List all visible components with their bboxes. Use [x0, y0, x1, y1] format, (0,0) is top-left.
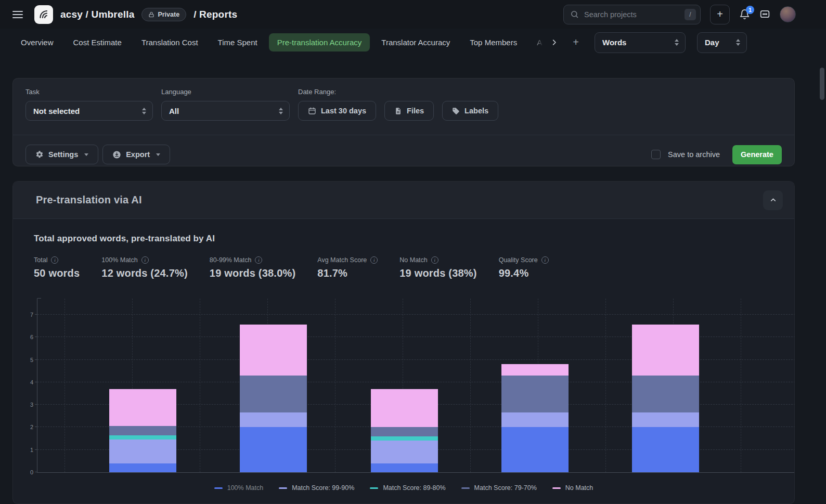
- tab-time-spent[interactable]: Time Spent: [210, 33, 266, 51]
- stat-label: 100% Match: [101, 256, 137, 264]
- tabs-scroll-right-button[interactable]: [547, 35, 561, 49]
- bar-segment[interactable]: [371, 463, 438, 472]
- stat-no-match: No Matchi 19 words (38%): [399, 256, 476, 279]
- v-gridline: [200, 299, 200, 472]
- bar-segment[interactable]: [632, 376, 699, 412]
- date-range-field: Date Range: Last 30 days Files: [298, 88, 498, 121]
- info-icon[interactable]: i: [541, 256, 549, 264]
- stacked-bar[interactable]: [371, 389, 438, 472]
- date-range-value: Last 30 days: [321, 107, 366, 115]
- settings-button[interactable]: Settings: [25, 145, 98, 164]
- tab-cost-estimate[interactable]: Cost Estimate: [65, 33, 130, 51]
- legend-dash-icon: [214, 487, 223, 489]
- tab-translation-cost[interactable]: Translation Cost: [133, 33, 206, 51]
- stacked-bar[interactable]: [632, 325, 699, 472]
- collapse-panel-button[interactable]: [763, 190, 783, 210]
- unit-select[interactable]: Words: [595, 32, 686, 53]
- tab-overview[interactable]: Overview: [12, 33, 62, 51]
- stacked-bar[interactable]: [240, 325, 307, 472]
- user-avatar[interactable]: [780, 6, 796, 22]
- tab-translator-accuracy[interactable]: Translator Accuracy: [373, 33, 458, 51]
- labels-filter-button[interactable]: Labels: [442, 101, 498, 121]
- export-button[interactable]: Export: [102, 145, 170, 164]
- info-icon[interactable]: i: [255, 256, 262, 264]
- bar-segment[interactable]: [632, 412, 699, 427]
- period-select[interactable]: Day: [697, 32, 747, 53]
- menu-icon[interactable]: [12, 11, 23, 18]
- chart-plot: 01234567: [37, 298, 795, 473]
- language-select[interactable]: All: [161, 101, 290, 121]
- stat-value: 50 words: [34, 267, 80, 279]
- bar-segment[interactable]: [109, 463, 176, 472]
- breadcrumb-project[interactable]: acsy / Umbrella: [60, 9, 134, 20]
- legend-item[interactable]: Match Score: 79-70%: [461, 484, 537, 492]
- privacy-badge: Private: [141, 8, 186, 21]
- page-scrollbar-thumb[interactable]: [820, 68, 824, 100]
- legend-item[interactable]: 100% Match: [214, 484, 263, 492]
- file-icon: [394, 107, 402, 115]
- bar-segment[interactable]: [632, 427, 699, 472]
- export-label: Export: [126, 150, 150, 159]
- save-to-archive-checkbox[interactable]: [651, 150, 661, 159]
- y-axis-tick: [35, 337, 37, 337]
- bar-segment[interactable]: [109, 426, 176, 435]
- bar-segment[interactable]: [501, 427, 569, 472]
- info-icon[interactable]: i: [370, 256, 378, 264]
- bar-segment[interactable]: [501, 364, 569, 376]
- legend-label: Match Score: 99-90%: [292, 484, 354, 492]
- bar-segment[interactable]: [109, 440, 176, 463]
- bar-segment[interactable]: [501, 412, 569, 427]
- logo-glyph: [37, 8, 50, 21]
- bar-segment[interactable]: [240, 412, 307, 427]
- generate-button[interactable]: Generate: [732, 145, 782, 164]
- info-icon[interactable]: i: [431, 256, 438, 264]
- bar-segment[interactable]: [240, 376, 307, 412]
- search-input[interactable]: [584, 10, 679, 19]
- download-icon: [112, 150, 121, 159]
- bar-segment[interactable]: [109, 435, 176, 440]
- stat-label: No Match: [399, 256, 428, 264]
- legend-item[interactable]: No Match: [552, 484, 593, 492]
- tab-pre-translation-accuracy[interactable]: Pre-translation Accuracy: [269, 33, 370, 51]
- messages-button[interactable]: [759, 9, 770, 20]
- date-range-button[interactable]: Last 30 days: [298, 101, 376, 121]
- add-report-tab-button[interactable]: +: [570, 33, 582, 51]
- create-project-button[interactable]: +: [710, 5, 730, 24]
- save-to-archive-label: Save to archive: [668, 150, 720, 159]
- stat-label: Total: [34, 256, 47, 264]
- stacked-bar[interactable]: [109, 389, 176, 472]
- info-icon[interactable]: i: [51, 256, 58, 264]
- bar-segment[interactable]: [371, 427, 438, 436]
- tab-ai-truncated[interactable]: AI: [528, 33, 544, 51]
- notifications-button[interactable]: 1: [739, 9, 750, 20]
- app-logo[interactable]: [34, 5, 53, 24]
- bar-segment[interactable]: [371, 436, 438, 441]
- bar-segment[interactable]: [240, 427, 307, 472]
- task-select[interactable]: Not selected: [25, 101, 153, 121]
- select-arrows-icon: [736, 39, 740, 46]
- files-filter-button[interactable]: Files: [384, 101, 434, 121]
- search-shortcut-key: /: [685, 9, 696, 20]
- language-select-value: All: [169, 107, 179, 115]
- bar-segment[interactable]: [371, 389, 438, 428]
- filter-divider: [13, 135, 794, 135]
- y-axis-tick: [35, 404, 37, 405]
- bar-segment[interactable]: [109, 389, 176, 426]
- tab-top-members[interactable]: Top Members: [461, 33, 525, 51]
- v-gridline: [605, 299, 606, 472]
- stacked-bar[interactable]: [501, 364, 569, 472]
- info-icon[interactable]: i: [141, 256, 149, 264]
- legend-dash-icon: [370, 487, 378, 489]
- report-tabs: Overview Cost Estimate Translation Cost …: [0, 29, 826, 56]
- bar-segment[interactable]: [240, 325, 307, 375]
- top-header: acsy / Umbrella Private / Reports / + 1: [0, 0, 826, 29]
- notification-badge: 1: [746, 6, 754, 14]
- search-box[interactable]: /: [563, 5, 701, 24]
- tag-icon: [452, 107, 460, 115]
- bar-segment[interactable]: [501, 376, 569, 412]
- y-axis-tick-label: 7: [24, 312, 33, 318]
- bar-segment[interactable]: [632, 325, 699, 375]
- bar-segment[interactable]: [371, 441, 438, 463]
- legend-item[interactable]: Match Score: 89-80%: [370, 484, 445, 492]
- legend-item[interactable]: Match Score: 99-90%: [279, 484, 354, 492]
